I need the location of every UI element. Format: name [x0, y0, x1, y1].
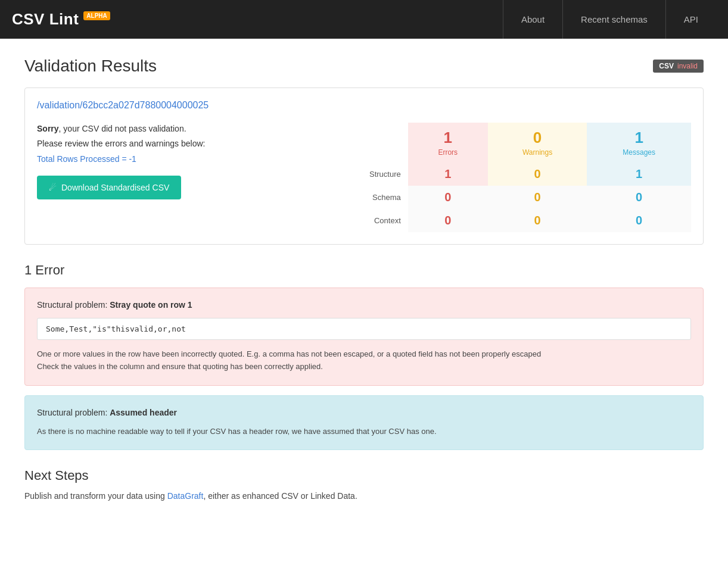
navbar: CSV Lint ALPHA About Recent schemas API — [0, 0, 728, 39]
warnings-label: Warnings — [500, 148, 575, 157]
sorry-bold: Sorry — [37, 124, 59, 133]
stats-row-context: Context 0 0 0 — [357, 209, 691, 232]
message-card-1: Structural problem: Assumed header As th… — [24, 395, 704, 451]
error-card-1: Structural problem: Stray quote on row 1… — [24, 288, 704, 386]
badge-status-label: invalid — [677, 62, 698, 70]
next-steps-before: Publish and transform your data using — [24, 491, 167, 501]
card-left: Sorry, your CSV did not pass validation.… — [37, 123, 340, 232]
alpha-badge: ALPHA — [83, 11, 110, 20]
stats-row-structure: Structure 1 0 1 — [357, 163, 691, 186]
header-errors: 1 Errors — [408, 123, 488, 163]
next-steps-after: , either as enhanced CSV or Linked Data. — [203, 491, 357, 501]
context-messages: 0 — [587, 209, 691, 232]
row-label-schema: Schema — [357, 186, 408, 209]
structure-messages: 1 — [587, 163, 691, 186]
error-code-block-1: Some,Test,"is"thisvalid,or,not — [37, 318, 691, 340]
error-description-1: One or more values in the row have been … — [37, 348, 691, 373]
message-problem-prefix-1: Structural problem: — [37, 408, 110, 417]
nav-link-about[interactable]: About — [503, 0, 562, 39]
error-problem-bold-1: Stray quote on row 1 — [110, 300, 192, 310]
stats-table: 1 Errors 0 Warnings 1 Messages — [357, 123, 691, 232]
next-steps-title: Next Steps — [24, 468, 704, 483]
status-badge: CSV invalid — [653, 60, 704, 73]
validation-card: /validation/62bcc2a027d7880004000025 Sor… — [24, 88, 704, 245]
messages-label: Messages — [599, 148, 679, 157]
page-title-row: Validation Results CSV invalid — [24, 57, 704, 76]
context-errors: 0 — [408, 209, 488, 232]
structure-warnings: 0 — [488, 163, 587, 186]
please-review: Please review the errors and warnings be… — [37, 139, 340, 148]
schema-warnings: 0 — [488, 186, 587, 209]
schema-errors: 0 — [408, 186, 488, 209]
schema-messages: 0 — [587, 186, 691, 209]
errors-count: 1 — [444, 129, 452, 146]
message-description-1: As there is no machine readable way to t… — [37, 426, 691, 438]
card-body: Sorry, your CSV did not pass validation.… — [37, 123, 691, 232]
download-btn-label: Download Standardised CSV — [61, 183, 169, 192]
badge-csv-label: CSV — [659, 62, 674, 70]
error-problem-prefix-1: Structural problem: — [37, 300, 110, 310]
next-steps-text: Publish and transform your data using Da… — [24, 489, 704, 502]
download-button[interactable]: ☄ Download Standardised CSV — [37, 176, 181, 199]
brand-title: CSV Lint — [12, 10, 79, 29]
rows-processed: Total Rows Processed = -1 — [37, 154, 340, 164]
errors-label: Errors — [420, 148, 476, 157]
header-messages: 1 Messages — [587, 123, 691, 163]
messages-count: 1 — [634, 129, 643, 146]
message-problem-bold-1: Assumed header — [110, 408, 177, 417]
nav-links: About Recent schemas API — [503, 0, 716, 39]
warnings-count: 0 — [533, 129, 542, 146]
nav-link-api[interactable]: API — [665, 0, 716, 39]
stats-row-schema: Schema 0 0 0 — [357, 186, 691, 209]
main-content: Validation Results CSV invalid /validati… — [13, 39, 715, 521]
error-problem-title-1: Structural problem: Stray quote on row 1 — [37, 300, 691, 310]
page-title: Validation Results — [24, 57, 157, 76]
sorry-text: Sorry, your CSV did not pass validation. — [37, 123, 340, 135]
row-label-context: Context — [357, 209, 408, 232]
errors-section-title: 1 Error — [24, 263, 704, 278]
header-warnings: 0 Warnings — [488, 123, 587, 163]
download-icon: ☄ — [49, 183, 57, 192]
validation-link[interactable]: /validation/62bcc2a027d7880004000025 — [37, 100, 209, 110]
brand: CSV Lint ALPHA — [12, 10, 110, 29]
nav-link-recent-schemas[interactable]: Recent schemas — [562, 0, 665, 39]
datagraft-link[interactable]: DataGraft — [167, 491, 204, 501]
context-warnings: 0 — [488, 209, 587, 232]
card-right: 1 Errors 0 Warnings 1 Messages — [357, 123, 691, 232]
structure-errors: 1 — [408, 163, 488, 186]
row-label-structure: Structure — [357, 163, 408, 186]
message-problem-title-1: Structural problem: Assumed header — [37, 408, 691, 417]
sorry-rest: , your CSV did not pass validation. — [59, 124, 186, 133]
stats-header-row: 1 Errors 0 Warnings 1 Messages — [357, 123, 691, 163]
